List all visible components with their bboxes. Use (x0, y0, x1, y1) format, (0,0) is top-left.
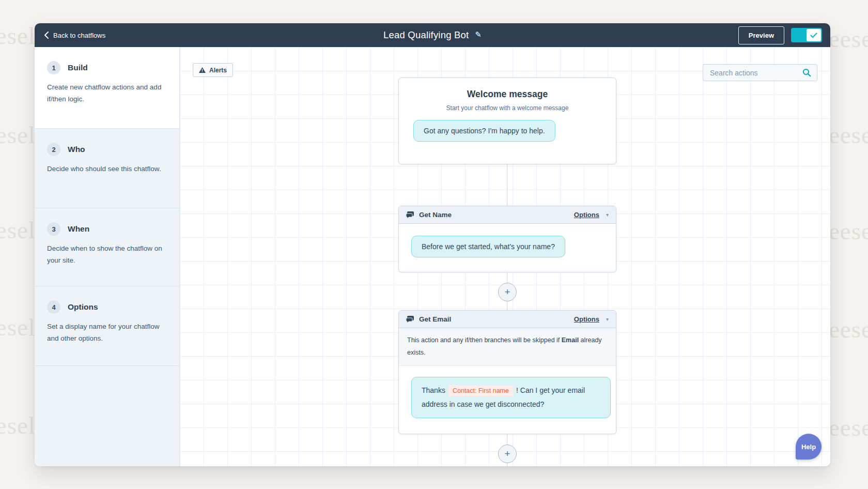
step-label: When (68, 224, 89, 234)
back-label: Back to chatflows (53, 32, 105, 39)
step-description: Decide who should see this chatflow. (47, 163, 165, 175)
welcome-card-subtitle: Start your chatflow with a welcome messa… (399, 104, 616, 112)
connector-line (507, 164, 507, 206)
alerts-label: Alerts (209, 67, 227, 74)
back-to-chatflows-link[interactable]: Back to chatflows (44, 23, 105, 47)
top-bar: Back to chatflows Lead Qualifying Bot ✎ … (35, 23, 830, 47)
step-description: Decide when to show the chatflow on your… (47, 242, 165, 266)
watermark-text: eesel (829, 315, 868, 343)
warning-triangle-icon (199, 67, 206, 73)
sidebar-filler (35, 365, 179, 466)
chevron-down-icon[interactable]: ▾ (606, 212, 609, 218)
get-name-options-link[interactable]: Options (574, 211, 599, 219)
watermark-text: eesel (829, 25, 868, 53)
sidebar-item-options[interactable]: 4 Options Set a display name for your ch… (35, 286, 179, 365)
get-email-options-link[interactable]: Options (574, 315, 599, 323)
step-number-badge: 3 (47, 222, 60, 236)
welcome-message-bubble[interactable]: Got any questions? I'm happy to help. (413, 120, 555, 142)
get-email-card[interactable]: Get Email Options ▾ This action and any … (398, 310, 616, 434)
skip-condition-note: This action and any if/then branches wil… (399, 328, 616, 366)
step-number-badge: 4 (47, 300, 60, 314)
publish-toggle-knob[interactable] (807, 29, 821, 41)
step-label: Options (68, 302, 98, 312)
get-name-message-bubble[interactable]: Before we get started, what's your name? (411, 236, 565, 257)
sidebar-item-build[interactable]: 1 Build Create new chatflow actions and … (35, 47, 179, 128)
skip-note-property: Email (562, 337, 579, 344)
title-wrap: Lead Qualifying Bot ✎ (383, 29, 482, 41)
pencil-icon[interactable]: ✎ (475, 30, 482, 39)
watermark-text: eesel (829, 217, 868, 245)
checkmark-icon (810, 33, 817, 38)
search-actions-input[interactable] (709, 68, 798, 78)
chevron-down-icon[interactable]: ▾ (606, 316, 609, 322)
watermark-text: eesel (829, 121, 868, 149)
steps-sidebar: 1 Build Create new chatflow actions and … (35, 47, 180, 466)
step-label: Who (68, 145, 85, 154)
get-email-card-title: Get Email (419, 315, 569, 323)
search-actions-box (703, 64, 817, 81)
help-button[interactable]: Help (796, 434, 822, 460)
watermark-text: eesel (829, 414, 868, 441)
step-description: Create new chatflow actions and add if/t… (47, 81, 165, 105)
plus-icon: + (504, 448, 510, 460)
preview-button[interactable]: Preview (738, 26, 784, 44)
topbar-right-controls: Preview (738, 23, 822, 47)
chat-bubbles-icon (406, 316, 414, 323)
publish-toggle[interactable] (791, 28, 822, 42)
help-label: Help (801, 443, 816, 451)
welcome-card-title: Welcome message (399, 89, 616, 100)
add-action-button[interactable]: + (498, 445, 517, 463)
get-email-card-header: Get Email Options ▾ (399, 311, 616, 328)
add-action-button[interactable]: + (498, 283, 517, 301)
get-email-message-bubble[interactable]: ThanksContact: First name! Can I get you… (411, 377, 611, 419)
watermark-text: eesel (0, 313, 36, 341)
alerts-button[interactable]: Alerts (193, 63, 233, 77)
step-number-badge: 2 (47, 143, 60, 156)
watermark-text: eesel (0, 22, 36, 50)
app-body: 1 Build Create new chatflow actions and … (35, 47, 830, 466)
chevron-left-icon (44, 32, 49, 39)
step-number-badge: 1 (47, 61, 60, 74)
welcome-message-card[interactable]: Welcome message Start your chatflow with… (398, 78, 616, 164)
contact-first-name-token[interactable]: Contact: First name (448, 385, 513, 397)
chatflow-builder-window: Back to chatflows Lead Qualifying Bot ✎ … (35, 23, 830, 466)
watermark-text: eesel (0, 121, 36, 149)
get-name-card-title: Get Name (419, 211, 569, 219)
step-label: Build (68, 63, 88, 72)
flow-canvas[interactable]: Alerts Welcome message Start your chatfl… (180, 47, 830, 466)
sidebar-item-when[interactable]: 3 When Decide when to show the chatflow … (35, 208, 179, 286)
get-name-card[interactable]: Get Name Options ▾ Before we get started… (398, 206, 616, 272)
plus-icon: + (504, 286, 510, 298)
chat-bubbles-icon (406, 211, 414, 219)
get-name-card-header: Get Name Options ▾ (399, 206, 616, 224)
chatflow-title: Lead Qualifying Bot (383, 29, 469, 41)
watermark-text: eesel (0, 411, 36, 439)
search-icon[interactable] (802, 68, 811, 77)
watermark-text: eesel (0, 216, 36, 244)
step-description: Set a display name for your chatflow and… (47, 320, 165, 344)
sidebar-item-who[interactable]: 2 Who Decide who should see this chatflo… (35, 128, 179, 208)
